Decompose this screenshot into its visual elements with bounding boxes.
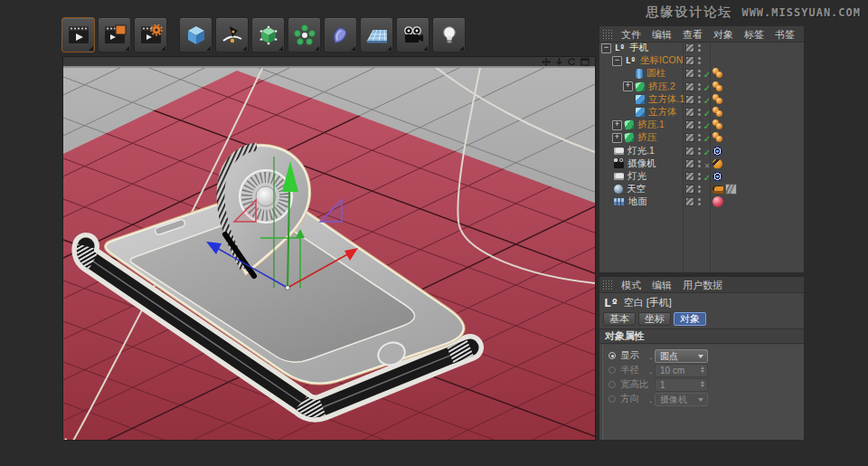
tag-mat-icon[interactable]: [712, 68, 724, 79]
object-label[interactable]: 灯光.1: [627, 145, 655, 157]
visibility-dots[interactable]: [698, 96, 701, 103]
layer-swatch[interactable]: [685, 159, 694, 168]
tag-target-icon[interactable]: [712, 171, 722, 181]
visibility-dots[interactable]: [698, 121, 701, 128]
visibility-dots[interactable]: [698, 83, 701, 90]
visibility-dots[interactable]: [698, 173, 701, 180]
object-label[interactable]: 手机: [629, 42, 648, 54]
layer-swatch[interactable]: [685, 82, 694, 91]
expander-icon[interactable]: [612, 56, 622, 66]
layer-swatch[interactable]: [685, 197, 694, 206]
stepper-arrows-icon[interactable]: [701, 366, 704, 373]
object-row[interactable]: 灯光: [599, 170, 804, 183]
menu-item[interactable]: 对象: [708, 27, 739, 42]
floor-environment-button[interactable]: [360, 17, 393, 52]
tag-mat-icon[interactable]: [712, 94, 724, 105]
object-row[interactable]: 挤压: [599, 131, 804, 144]
visibility-dots[interactable]: [698, 134, 701, 141]
rotate-icon[interactable]: [568, 58, 576, 66]
layer-swatch[interactable]: [685, 147, 694, 156]
object-label[interactable]: 立方体: [648, 106, 677, 119]
object-row[interactable]: 天空: [599, 183, 804, 195]
menu-item[interactable]: 书签: [769, 27, 800, 42]
tag-mat-icon[interactable]: [712, 107, 724, 118]
menu-item[interactable]: 查看: [677, 27, 708, 42]
object-row[interactable]: 摄像机: [599, 157, 804, 170]
attribute-tab[interactable]: 基本: [603, 312, 636, 326]
property-stepper[interactable]: 1: [655, 378, 708, 392]
property-dropdown[interactable]: 圆点: [655, 349, 708, 363]
visibility-dots[interactable]: [698, 160, 701, 167]
expander-icon[interactable]: [601, 43, 611, 53]
tag-tex-icon[interactable]: [725, 184, 737, 195]
object-row[interactable]: 挤压.1: [599, 119, 804, 131]
array-generator-button[interactable]: [288, 17, 321, 52]
object-row[interactable]: 坐标ICON: [599, 54, 804, 67]
dolly-icon[interactable]: [555, 58, 563, 66]
tag-mat-icon[interactable]: [712, 119, 724, 130]
menu-item[interactable]: 编辑: [646, 278, 677, 292]
attribute-tab[interactable]: 对象: [674, 312, 706, 326]
render-picture-viewer-button[interactable]: [98, 17, 131, 52]
layer-swatch[interactable]: [685, 108, 694, 117]
render-settings-button[interactable]: [134, 17, 167, 52]
object-label[interactable]: 地面: [628, 195, 647, 208]
expander-icon[interactable]: [612, 133, 622, 143]
attribute-tab[interactable]: 坐标: [638, 312, 671, 326]
keyframe-circle-icon[interactable]: [609, 366, 616, 374]
object-label[interactable]: 立方体.1: [648, 93, 684, 106]
layer-swatch[interactable]: [685, 43, 694, 52]
panel-grip-icon[interactable]: [602, 280, 612, 290]
tag-mat-icon[interactable]: [712, 132, 724, 143]
object-label[interactable]: 坐标ICON: [640, 54, 683, 67]
layer-swatch[interactable]: [685, 172, 694, 181]
layer-swatch[interactable]: [685, 133, 694, 142]
visibility-dots[interactable]: [698, 44, 701, 52]
layer-swatch[interactable]: [685, 185, 694, 194]
toggle-view-icon[interactable]: [580, 58, 590, 66]
object-label[interactable]: 摄像机: [627, 157, 656, 170]
object-row[interactable]: 灯光.1: [599, 145, 804, 157]
visibility-dots[interactable]: [698, 198, 701, 205]
tag-prohibit-icon[interactable]: [712, 158, 722, 168]
tag-target-icon[interactable]: [712, 146, 722, 156]
object-label[interactable]: 灯光: [627, 170, 646, 183]
layer-swatch[interactable]: [685, 95, 694, 104]
spline-pen-button[interactable]: [215, 17, 249, 52]
menu-item[interactable]: 模式: [616, 278, 646, 292]
object-row[interactable]: 立方体: [599, 106, 804, 119]
menu-item[interactable]: 标签: [739, 27, 769, 42]
tag-mat-icon[interactable]: [712, 81, 724, 92]
tag-matred-icon[interactable]: [712, 196, 723, 207]
bend-deformer-button[interactable]: [324, 17, 357, 52]
keyframe-circle-icon[interactable]: [609, 381, 616, 388]
gizmo-origin[interactable]: [286, 286, 289, 290]
viewport[interactable]: [62, 56, 596, 441]
light-button[interactable]: [432, 17, 466, 52]
layer-swatch[interactable]: [685, 69, 694, 78]
menu-item[interactable]: 用户数据: [677, 278, 728, 292]
object-label[interactable]: 天空: [627, 183, 646, 195]
render-view-button[interactable]: [61, 17, 95, 52]
viewport-canvas[interactable]: [63, 68, 595, 440]
object-row[interactable]: 挤压.2: [599, 81, 804, 93]
object-label[interactable]: 圆柱: [646, 67, 665, 80]
property-stepper[interactable]: 10 cm: [655, 364, 708, 377]
add-cube-primitive-button[interactable]: [179, 17, 212, 52]
object-row[interactable]: 地面: [599, 195, 804, 208]
object-label[interactable]: 挤压.1: [637, 119, 665, 131]
expander-icon[interactable]: [612, 120, 622, 130]
visibility-dots[interactable]: [698, 147, 701, 155]
menu-item[interactable]: 编辑: [646, 27, 677, 42]
visibility-dots[interactable]: [698, 185, 701, 193]
layer-swatch[interactable]: [685, 56, 694, 65]
visibility-dots[interactable]: [698, 57, 701, 64]
stepper-arrows-icon[interactable]: [701, 381, 704, 387]
panel-grip-icon[interactable]: [602, 29, 612, 39]
object-label[interactable]: 挤压: [637, 131, 656, 144]
keyframe-circle-icon[interactable]: [609, 352, 616, 359]
subdivision-generator-button[interactable]: [251, 17, 285, 52]
object-row[interactable]: 手机: [599, 42, 804, 54]
keyframe-circle-icon[interactable]: [609, 395, 616, 403]
layer-swatch[interactable]: [685, 120, 694, 129]
